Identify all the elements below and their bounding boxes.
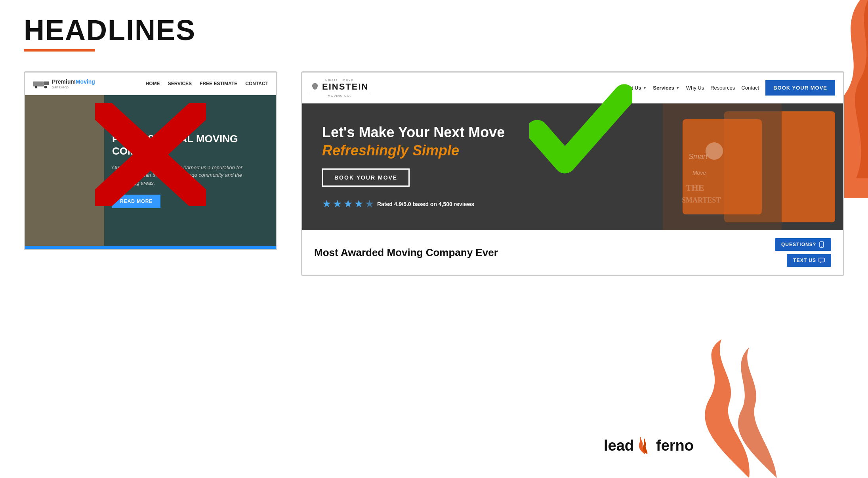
bad-hero: PROFESSIONAL MOVING COMPANY. Our commitm… (25, 95, 276, 246)
bad-read-more-button[interactable]: READ MORE (112, 195, 160, 208)
svg-text:Move: Move (692, 170, 706, 176)
text-us-label: TEXT US (793, 258, 816, 263)
svg-text:Smart: Smart (689, 153, 708, 161)
good-website-preview: Smart Move EINSTEIN MOVING CO. (301, 71, 844, 276)
bad-hero-footer (25, 246, 276, 249)
good-logo-top: Smart Move (325, 78, 354, 82)
hero-person-bg: Smart Move THE SMARTEST (562, 103, 843, 230)
bad-hero-desc: Our commitment to quality has earned us … (112, 164, 247, 187)
good-lower-section: Most Awarded Moving Company Ever QUESTIO… (302, 230, 843, 275)
bad-nav: PremiumMoving San Diego HOME SERVICES FR… (25, 73, 276, 95)
nav-why-us[interactable]: Why Us (686, 85, 704, 91)
good-hero: Smart Move THE SMARTEST Let's Make Your … (302, 103, 843, 230)
good-hero-subtitle: Refreshingly Simple (322, 142, 505, 159)
star-1: ★ (322, 198, 331, 210)
nav-contact[interactable]: Contact (741, 85, 759, 91)
einstein-icon (310, 82, 320, 92)
mobile-icon (818, 241, 825, 248)
bad-nav-links: HOME SERVICES FREE ESTIMATE CONTACT (146, 81, 268, 86)
svg-marker-3 (44, 81, 49, 85)
leadferno-text-part1: lead (604, 437, 634, 454)
hero-book-button[interactable]: BOOK YOUR MOVE (322, 168, 410, 187)
rating-text: Rated 4.9/5.0 based on 4,500 reviews (377, 201, 474, 207)
good-hero-content: Let's Make Your Next Move Refreshingly S… (322, 124, 505, 210)
good-logo-icon-row: EINSTEIN (310, 82, 368, 92)
svg-point-6 (312, 83, 318, 88)
good-logo: Smart Move EINSTEIN MOVING CO. (310, 78, 368, 98)
leadferno-text-part2: ferno (656, 437, 694, 454)
bad-hero-title: PROFESSIONAL MOVING COMPANY. (112, 133, 239, 157)
bad-website-preview: PremiumMoving San Diego HOME SERVICES FR… (24, 71, 277, 250)
bad-hero-boxes-bg (25, 95, 104, 246)
good-example-panel: Smart Move EINSTEIN MOVING CO. (301, 71, 844, 276)
bad-nav-services[interactable]: SERVICES (168, 81, 192, 86)
good-lower-title: Most Awarded Moving Company Ever (314, 247, 498, 259)
bad-nav-contact[interactable]: CONTACT (245, 81, 268, 86)
svg-point-4 (35, 86, 37, 88)
good-hero-title: Let's Make Your Next Move (322, 124, 505, 141)
stars-display: ★ ★ ★ ★ ★ (322, 198, 374, 210)
good-nav-links: About Us ▼ Services ▼ Why Us Resources C… (618, 80, 835, 96)
title-underline (24, 49, 95, 52)
svg-point-5 (44, 86, 47, 88)
good-nav: Smart Move EINSTEIN MOVING CO. (302, 73, 843, 103)
page-title: HEADLINES (24, 16, 844, 44)
bad-nav-estimate[interactable]: FREE ESTIMATE (200, 81, 237, 86)
star-4: ★ (354, 198, 363, 210)
person-svg: Smart Move THE SMARTEST (562, 103, 843, 230)
chat-icon (818, 257, 825, 264)
nav-book-button[interactable]: BOOK YOUR MOVE (765, 80, 835, 96)
flame-decoration-bottom (690, 339, 809, 478)
leadferno-flame-icon (637, 437, 653, 454)
chat-widget: QUESTIONS? TEXT US (775, 238, 831, 267)
bad-logo-text: PremiumMoving San Diego (52, 78, 95, 89)
svg-text:SMARTEST: SMARTEST (682, 196, 721, 204)
star-5-half: ★ (365, 198, 374, 210)
svg-text:THE: THE (686, 183, 704, 193)
bad-nav-home[interactable]: HOME (146, 81, 160, 86)
rating-stars-row: ★ ★ ★ ★ ★ Rated 4.9/5.0 based on 4,500 r… (322, 198, 505, 210)
text-us-button[interactable]: TEXT US (787, 254, 831, 267)
good-logo-bottom: MOVING CO. (328, 94, 351, 98)
questions-button[interactable]: QUESTIONS? (775, 238, 831, 251)
bad-example-panel: PremiumMoving San Diego HOME SERVICES FR… (24, 71, 277, 250)
nav-about-us[interactable]: About Us ▼ (618, 85, 647, 91)
services-chevron-icon: ▼ (676, 86, 680, 90)
star-2: ★ (333, 198, 342, 210)
nav-resources[interactable]: Resources (710, 85, 735, 91)
main-container: HEADLINES (0, 0, 868, 292)
svg-rect-2 (33, 81, 44, 86)
bad-logo: PremiumMoving San Diego (33, 78, 95, 89)
leadferno-branding: lead ferno (604, 437, 694, 454)
about-chevron-icon: ▼ (643, 86, 647, 90)
star-3: ★ (343, 198, 353, 210)
svg-rect-16 (819, 258, 824, 262)
svg-point-10 (706, 142, 723, 160)
nav-services[interactable]: Services ▼ (653, 85, 679, 91)
svg-point-15 (821, 246, 822, 247)
panels-container: PremiumMoving San Diego HOME SERVICES FR… (24, 71, 844, 276)
good-logo-main: EINSTEIN (322, 82, 368, 92)
good-logo-divider (310, 93, 368, 93)
truck-icon (33, 79, 49, 88)
questions-label: QUESTIONS? (781, 242, 816, 247)
bad-logo-subtext: San Diego (52, 85, 95, 89)
